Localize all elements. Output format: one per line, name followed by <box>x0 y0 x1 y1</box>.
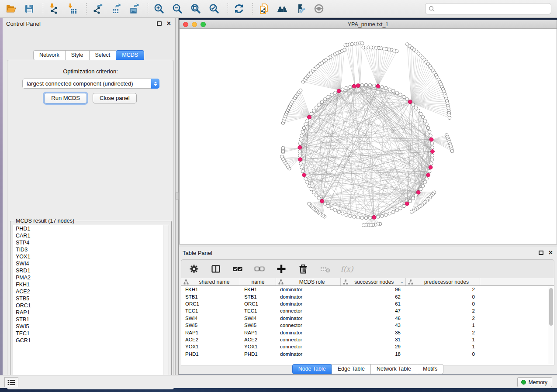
mcds-hub-node[interactable] <box>356 84 360 88</box>
table-row[interactable]: ACE2ACE2connector311 <box>181 336 554 343</box>
mcds-result-item[interactable]: YOX1 <box>13 253 169 260</box>
ring-node[interactable] <box>345 213 348 217</box>
ring-node[interactable] <box>399 206 402 210</box>
table-row[interactable]: SWI4SWI4dominator462 <box>181 315 554 322</box>
ring-node[interactable] <box>310 112 313 116</box>
memory-button[interactable]: Memory <box>517 377 552 387</box>
ring-node[interactable] <box>315 106 318 109</box>
table-row[interactable]: ORC1ORC1dominator610 <box>181 300 554 307</box>
network-graph[interactable] <box>180 29 557 244</box>
leaf-node[interactable] <box>350 42 354 46</box>
ring-node[interactable] <box>341 212 344 215</box>
mcds-result-item[interactable]: STB1 <box>13 316 169 323</box>
export-network-icon[interactable] <box>91 2 104 15</box>
search-input[interactable] <box>435 6 551 12</box>
ring-node[interactable] <box>327 95 330 99</box>
mcds-hub-node[interactable] <box>405 202 409 206</box>
mcds-result-item[interactable]: SWI4 <box>13 260 169 267</box>
leaf-node[interactable] <box>361 41 364 45</box>
create-column-icon[interactable] <box>276 263 287 275</box>
mcds-result-list[interactable]: PHD1CAR1STP4TID3YOX1SWI4SRD1PMA2FKH1ACE2… <box>13 225 169 381</box>
leaf-node[interactable] <box>343 48 346 52</box>
ring-node[interactable] <box>299 138 303 141</box>
mcds-list-scrollbar[interactable] <box>163 225 169 381</box>
float-panel-icon[interactable] <box>157 21 162 26</box>
show-graphics-details-icon[interactable] <box>312 2 325 15</box>
ring-node[interactable] <box>395 209 399 212</box>
save-session-icon[interactable] <box>23 2 36 15</box>
leaf-node[interactable] <box>362 224 365 227</box>
ring-node[interactable] <box>330 93 334 96</box>
tab-edge-table[interactable]: Edge Table <box>332 364 371 374</box>
ring-node[interactable] <box>308 184 311 188</box>
ring-node[interactable] <box>408 199 412 203</box>
tab-network[interactable]: Network <box>33 50 66 60</box>
ring-node[interactable] <box>373 84 376 87</box>
mcds-hub-node[interactable] <box>372 215 376 219</box>
ring-node[interactable] <box>412 103 415 107</box>
leaf-node[interactable] <box>299 89 302 92</box>
table-scrollbar-thumb[interactable] <box>549 288 553 326</box>
table-row[interactable]: RAP1RAP1dominator352 <box>181 329 554 336</box>
ring-node[interactable] <box>425 177 429 181</box>
ring-node[interactable] <box>345 86 348 90</box>
ring-node[interactable] <box>356 216 360 219</box>
mcds-result-item[interactable]: STB5 <box>13 295 169 302</box>
ring-node[interactable] <box>306 119 309 123</box>
mcds-hub-node[interactable] <box>431 150 435 154</box>
leaf-node[interactable] <box>448 116 451 120</box>
tab-network-table[interactable]: Network Table <box>370 364 417 374</box>
ring-node[interactable] <box>414 106 418 109</box>
ring-node[interactable] <box>298 150 301 153</box>
criterion-dropdown[interactable]: largest connected component (undirected) <box>22 79 159 89</box>
ring-node[interactable] <box>302 126 306 130</box>
splitter-grip[interactable] <box>176 193 179 199</box>
mcds-hub-node[interactable] <box>302 173 306 177</box>
ring-node[interactable] <box>384 86 387 90</box>
ring-node[interactable] <box>299 162 303 165</box>
ring-node[interactable] <box>388 212 391 215</box>
minimize-window-icon[interactable] <box>192 22 197 27</box>
ring-node[interactable] <box>301 169 304 173</box>
column-header-MCDS-role[interactable]: MCDS role <box>276 278 341 285</box>
ring-node[interactable] <box>412 197 415 200</box>
ring-node[interactable] <box>327 204 330 208</box>
hide-graphics-details-icon[interactable] <box>294 2 307 15</box>
zoom-selected-icon[interactable] <box>208 2 221 15</box>
ring-node[interactable] <box>421 184 425 188</box>
ring-node[interactable] <box>392 89 395 93</box>
ring-node[interactable] <box>402 95 406 99</box>
mcds-result-item[interactable]: PHD1 <box>13 225 169 232</box>
mcds-hub-node[interactable] <box>416 190 420 194</box>
ring-node[interactable] <box>368 216 372 220</box>
import-network-icon[interactable] <box>48 2 61 15</box>
mcds-hub-node[interactable] <box>308 115 311 119</box>
close-table-panel-icon[interactable]: × <box>549 251 553 255</box>
column-header-predecessor-nodes[interactable]: predecessor nodes <box>406 278 480 285</box>
ring-node[interactable] <box>377 215 380 219</box>
table-scrollbar[interactable] <box>548 286 554 365</box>
maximize-window-icon[interactable] <box>201 22 206 27</box>
mcds-hub-node[interactable] <box>298 158 302 162</box>
column-header-shared-name[interactable]: shared name <box>181 278 240 285</box>
table-row[interactable]: SWI5SWI5connector431 <box>181 322 554 329</box>
ring-node[interactable] <box>312 109 316 112</box>
ring-node[interactable] <box>428 130 431 134</box>
leaf-node[interactable] <box>450 150 454 153</box>
ring-node[interactable] <box>301 130 304 134</box>
table-row[interactable]: TEC1TEC1connector472 <box>181 307 554 314</box>
ring-node[interactable] <box>298 154 301 157</box>
network-canvas[interactable] <box>180 29 557 244</box>
ring-node[interactable] <box>425 123 429 126</box>
ring-node[interactable] <box>353 215 356 219</box>
ring-node[interactable] <box>417 109 420 112</box>
table-row[interactable]: STB1STB1dominator620 <box>181 293 554 300</box>
table-row[interactable]: FKH1FKH1dominator962 <box>181 286 554 293</box>
tab-mcds[interactable]: MCDS <box>116 50 144 60</box>
mcds-hub-node[interactable] <box>320 199 324 203</box>
mcds-hub-node[interactable] <box>426 173 430 177</box>
mcds-hub-node[interactable] <box>337 89 341 93</box>
mcds-result-item[interactable]: STP4 <box>13 239 169 246</box>
mcds-result-item[interactable]: ACE2 <box>13 288 169 295</box>
ring-node[interactable] <box>402 204 406 208</box>
